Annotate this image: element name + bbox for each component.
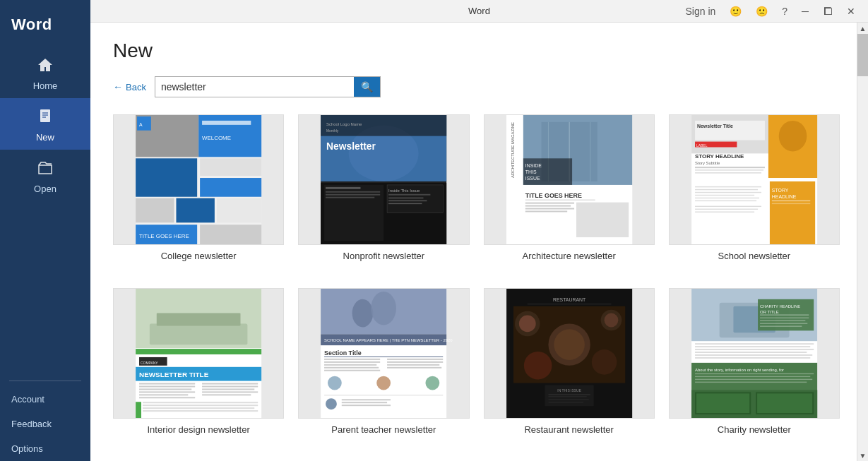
minimize-button[interactable]: ─	[797, 4, 813, 18]
sidebar-item-new[interactable]: New	[0, 98, 90, 150]
scroll-thumb[interactable]	[857, 34, 868, 76]
svg-point-135	[326, 398, 337, 409]
template-thumb-college[interactable]: A WELCOME TITLE GOES	[113, 114, 284, 245]
close-button[interactable]: ✕	[843, 4, 860, 18]
sidebar-item-options[interactable]: Options	[0, 436, 90, 461]
sign-in-button[interactable]: Sign in	[681, 4, 720, 18]
svg-rect-130	[387, 366, 441, 368]
svg-text:THIS: THIS	[525, 169, 536, 174]
template-label-nonprofit: Nonprofit newsletter	[343, 251, 425, 261]
template-thumb-charity[interactable]: CHARITY HEADLINE OR TITLE	[669, 288, 840, 419]
open-label: Open	[34, 184, 57, 194]
search-row: ← Back 🔍	[113, 76, 845, 97]
svg-text:OR TITLE: OR TITLE	[760, 309, 779, 313]
svg-rect-58	[576, 203, 629, 237]
template-card-parent[interactable]: SCHOOL NAME APPEARS HERE | THE PTN NEWSL…	[298, 288, 469, 445]
template-thumb-interior[interactable]: COMPANY NEWSLETTER TITLE	[113, 288, 284, 419]
svg-point-144	[554, 329, 585, 360]
scroll-down-button[interactable]: ▼	[857, 450, 868, 461]
close-icon: ✕	[847, 6, 855, 17]
svg-rect-169	[695, 343, 814, 345]
svg-rect-0	[40, 109, 50, 122]
page-title: New	[113, 40, 845, 62]
template-card-college[interactable]: A WELCOME TITLE GOES	[113, 114, 284, 271]
search-button[interactable]: 🔍	[354, 77, 380, 97]
svg-text:WELCOME: WELCOME	[202, 135, 231, 141]
back-button[interactable]: ← Back	[113, 81, 146, 92]
svg-point-150	[591, 349, 617, 375]
svg-rect-102	[139, 394, 188, 395]
svg-point-117	[371, 291, 397, 324]
svg-rect-127	[387, 358, 443, 359]
svg-rect-69	[695, 167, 765, 168]
help-button[interactable]: ?	[778, 4, 792, 18]
svg-rect-15	[176, 198, 214, 223]
svg-rect-111	[143, 405, 258, 406]
template-label-charity: Charity newsletter	[718, 424, 791, 435]
svg-rect-87	[695, 212, 754, 212]
svg-rect-174	[695, 357, 810, 358]
svg-rect-129	[387, 364, 439, 365]
template-thumb-restaurant[interactable]: RESTAURANT	[484, 288, 655, 419]
svg-rect-165	[760, 317, 809, 318]
svg-rect-154	[548, 396, 586, 397]
svg-rect-78	[695, 185, 765, 244]
svg-rect-55	[525, 205, 570, 207]
template-card-interior[interactable]: COMPANY NEWSLETTER TITLE	[113, 288, 284, 445]
svg-text:A: A	[139, 122, 143, 127]
sidebar-item-feedback[interactable]: Feedback	[0, 412, 90, 436]
feedback-positive-button[interactable]: 🙂	[725, 4, 746, 18]
svg-text:IN THIS ISSUE: IN THIS ISSUE	[557, 389, 581, 393]
svg-text:About the story, information o: About the story, information on right se…	[695, 367, 784, 371]
svg-text:Newsletter: Newsletter	[326, 140, 376, 152]
svg-text:HEADLINE: HEADLINE	[772, 194, 797, 199]
template-card-school[interactable]: Newsletter Title LABEL STORY HEADLINE St…	[669, 114, 840, 271]
restore-button[interactable]: ⧠	[819, 4, 837, 18]
svg-rect-53	[525, 200, 595, 200]
template-thumb-architecture[interactable]: ARCHITECTURE MAGAZINE INSIDE THIS ISSUE	[484, 114, 655, 245]
sidebar-item-account[interactable]: Account	[0, 387, 90, 412]
sidebar-bottom: Account Feedback Options	[0, 375, 90, 461]
template-thumb-parent[interactable]: SCHOOL NAME APPEARS HERE | THE PTN NEWSL…	[298, 288, 469, 419]
template-card-charity[interactable]: CHARITY HEADLINE OR TITLE	[669, 288, 840, 445]
svg-rect-112	[143, 407, 254, 409]
svg-rect-79	[695, 186, 761, 187]
svg-rect-185	[757, 393, 812, 413]
home-label: Home	[33, 80, 58, 91]
search-box: 🔍	[155, 76, 381, 97]
svg-text:COMPANY: COMPANY	[141, 361, 158, 364]
sidebar-divider	[9, 381, 81, 381]
svg-rect-110	[143, 402, 258, 403]
svg-text:Section Title: Section Title	[324, 349, 362, 356]
search-input[interactable]	[155, 78, 354, 96]
template-thumb-school[interactable]: Newsletter Title LABEL STORY HEADLINE St…	[669, 114, 840, 245]
svg-rect-57	[525, 211, 566, 212]
svg-rect-173	[695, 354, 812, 355]
svg-rect-106	[202, 388, 254, 390]
svg-rect-164	[760, 314, 809, 315]
svg-rect-177	[695, 373, 814, 373]
template-label-college: College newsletter	[161, 251, 237, 261]
template-card-architecture[interactable]: ARCHITECTURE MAGAZINE INSIDE THIS ISSUE	[484, 114, 655, 271]
sidebar-item-open[interactable]: Open	[0, 150, 90, 201]
svg-text:LABEL: LABEL	[696, 144, 708, 148]
sidebar: Word Home New Open	[0, 0, 90, 461]
svg-point-131	[328, 376, 342, 390]
template-card-nonprofit[interactable]: School Logo Name Monthly Newsletter Insi…	[298, 114, 469, 271]
template-thumb-nonprofit[interactable]: School Logo Name Monthly Newsletter Insi…	[298, 114, 469, 245]
svg-rect-77	[772, 203, 810, 204]
svg-rect-171	[695, 349, 814, 350]
svg-rect-134	[324, 395, 443, 395]
svg-rect-36	[326, 191, 380, 193]
svg-rect-83	[695, 198, 759, 198]
svg-rect-32	[388, 200, 427, 201]
sidebar-item-home[interactable]: Home	[0, 47, 90, 98]
svg-rect-98	[139, 383, 195, 384]
scroll-up-button[interactable]: ▲	[857, 23, 868, 34]
svg-point-116	[352, 299, 374, 327]
svg-text:NEWSLETTER TITLE: NEWSLETTER TITLE	[139, 370, 209, 378]
template-card-restaurant[interactable]: RESTAURANT	[484, 288, 655, 445]
feedback-negative-button[interactable]: 🙁	[751, 4, 772, 18]
svg-text:INSIDE: INSIDE	[525, 163, 541, 168]
svg-rect-100	[139, 388, 191, 390]
